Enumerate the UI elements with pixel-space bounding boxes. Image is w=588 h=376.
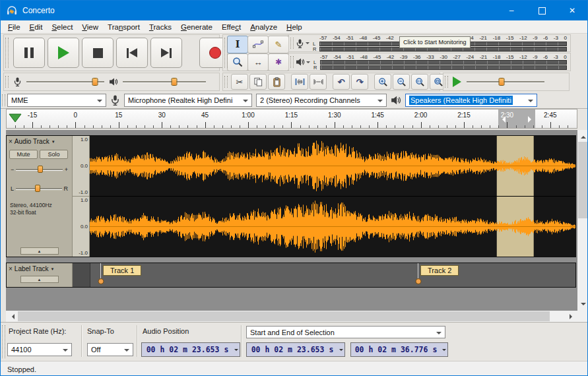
ruler-label: 15: [115, 111, 122, 119]
trim-audio-button[interactable]: [291, 74, 308, 90]
magnifier-icon: [232, 57, 243, 67]
meter-scale-number: -42: [386, 35, 394, 41]
audio-position-field[interactable]: 00 h 02 m 23.653 s: [141, 342, 240, 357]
selection-end-field[interactable]: 00 h 02 m 36.776 s: [350, 342, 448, 357]
collapse-track-button[interactable]: ▲: [20, 247, 59, 255]
zoom-tool-button[interactable]: [227, 53, 248, 71]
snap-to-label: Snap-To: [87, 327, 114, 335]
playback-meter[interactable]: -57-54-51-48-45-42-39-36-33-30-27-24-21-…: [288, 53, 571, 71]
menu-transport[interactable]: Transport: [103, 22, 145, 32]
playhead-triangle-icon[interactable]: [9, 113, 22, 123]
zoom-out-icon: [397, 77, 407, 87]
solo-button[interactable]: Solo: [40, 150, 68, 159]
play-speed-slider[interactable]: [467, 77, 544, 86]
collapse-track-button[interactable]: ▲: [20, 276, 59, 283]
menu-generate[interactable]: Generate: [176, 22, 217, 32]
maximize-button[interactable]: [527, 1, 557, 20]
copy-button[interactable]: [249, 74, 267, 90]
mute-button[interactable]: Mute: [9, 150, 38, 159]
menu-effect[interactable]: Effect: [217, 22, 245, 32]
play-button[interactable]: [48, 38, 79, 68]
horizontal-scrollbar[interactable]: [6, 311, 577, 322]
timeline-ruler[interactable]: -1501530451:001:151:301:452:002:152:302:…: [6, 109, 577, 129]
selection-tool-button[interactable]: I: [227, 36, 248, 53]
stop-button[interactable]: [82, 38, 114, 68]
ruler-label: 0: [74, 111, 78, 119]
minimize-button[interactable]: –: [496, 1, 527, 20]
title-bar[interactable]: Concerto – ✕: [1, 1, 587, 20]
menu-select[interactable]: Select: [47, 22, 77, 32]
scroll-down-button[interactable]: [577, 299, 588, 311]
snap-to-select[interactable]: Off: [87, 343, 133, 356]
track-label-2[interactable]: Track 2: [420, 265, 459, 276]
vertical-scale-ruler[interactable]: 1.0 0.0 -1.0 1.0 0.0 -1.0: [73, 136, 90, 257]
label-stalk: [418, 263, 418, 278]
pencil-icon: ✎: [275, 40, 282, 49]
track-label-1[interactable]: Track 1: [103, 265, 141, 276]
envelope-tool-button[interactable]: [247, 36, 269, 53]
chevron-down-icon[interactable]: [306, 42, 310, 46]
timeshift-tool-button[interactable]: ↔: [247, 53, 269, 71]
menu-tracks[interactable]: Tracks: [145, 22, 176, 32]
track-menu-icon[interactable]: ▼: [51, 140, 55, 144]
vertical-scroll-thumb[interactable]: [578, 142, 588, 218]
pan-slider[interactable]: L R: [11, 184, 68, 193]
track-menu-icon[interactable]: ▼: [51, 267, 55, 271]
play-speed-thumb[interactable]: [499, 78, 505, 86]
label-track-content[interactable]: Track 1Track 2: [90, 263, 575, 287]
close-track-button[interactable]: ×: [9, 138, 13, 145]
waveform-right-channel[interactable]: [90, 197, 575, 257]
playback-meter-body[interactable]: -57-54-51-48-45-42-39-36-33-30-27-24-21-…: [313, 54, 567, 71]
menu-edit[interactable]: Edit: [25, 22, 48, 32]
draw-tool-button[interactable]: ✎: [268, 36, 289, 53]
scroll-up-button[interactable]: [577, 130, 588, 141]
audio-host-select[interactable]: MME: [7, 94, 106, 107]
recording-channels-select[interactable]: 2 (Stereo) Recording Channels: [256, 94, 387, 107]
ibeam-icon: I: [236, 39, 240, 49]
playback-volume-slider[interactable]: [123, 77, 206, 86]
label-pin-icon[interactable]: [98, 278, 104, 284]
cut-button[interactable]: ✂: [231, 74, 248, 90]
chevron-down-icon[interactable]: [306, 61, 310, 65]
track-area: × Audio Track ▼ Mute Solo − + L R: [6, 130, 577, 311]
paste-button[interactable]: [268, 74, 285, 90]
close-button[interactable]: ✕: [557, 1, 587, 20]
zoom-in-button[interactable]: [374, 74, 391, 90]
waveform-display[interactable]: [90, 136, 575, 257]
menu-file[interactable]: File: [3, 22, 25, 32]
label-pin-icon[interactable]: [415, 278, 421, 284]
skip-to-end-button[interactable]: [150, 38, 182, 68]
scroll-left-button[interactable]: [6, 311, 17, 322]
horizontal-scroll-thumb[interactable]: [18, 311, 550, 321]
silence-audio-button[interactable]: [310, 74, 327, 90]
multi-tool-button[interactable]: ✱: [268, 53, 289, 71]
recording-volume-slider[interactable]: [26, 77, 104, 86]
undo-button[interactable]: ↶: [333, 74, 350, 90]
menu-analyze[interactable]: Analyze: [245, 22, 282, 32]
gain-thumb[interactable]: [38, 166, 43, 173]
selection-start-field[interactable]: 00 h 02 m 23.653 s: [246, 342, 345, 357]
track-title: Audio Track: [15, 138, 49, 145]
pan-thumb[interactable]: [35, 185, 40, 192]
waveform-left-channel[interactable]: [90, 136, 575, 196]
selection-range-mode-select[interactable]: Start and End of Selection: [246, 326, 445, 338]
recording-volume-thumb[interactable]: [92, 78, 98, 86]
recording-device-select[interactable]: Microphone (Realtek High Defini: [124, 94, 252, 107]
menu-view[interactable]: View: [77, 22, 103, 32]
project-rate-select[interactable]: 44100: [7, 343, 72, 356]
scroll-right-button[interactable]: [566, 311, 577, 322]
skip-to-start-button[interactable]: [116, 38, 148, 68]
close-track-button[interactable]: ×: [9, 265, 13, 272]
gain-slider[interactable]: − +: [11, 165, 68, 174]
ruler-label: 2:15: [457, 111, 470, 119]
redo-button[interactable]: ↷: [351, 74, 368, 90]
ruler-tick: [550, 122, 551, 128]
menu-help[interactable]: Help: [282, 22, 307, 32]
playback-device-select[interactable]: Speakers (Realtek High Definiti: [405, 94, 537, 107]
zoom-selection-button[interactable]: [411, 74, 428, 90]
playback-volume-thumb[interactable]: [172, 78, 178, 86]
zoom-out-button[interactable]: [393, 74, 410, 90]
pause-button[interactable]: [13, 38, 45, 68]
vertical-scrollbar[interactable]: [577, 130, 588, 311]
play-at-speed-icon[interactable]: [453, 77, 461, 87]
